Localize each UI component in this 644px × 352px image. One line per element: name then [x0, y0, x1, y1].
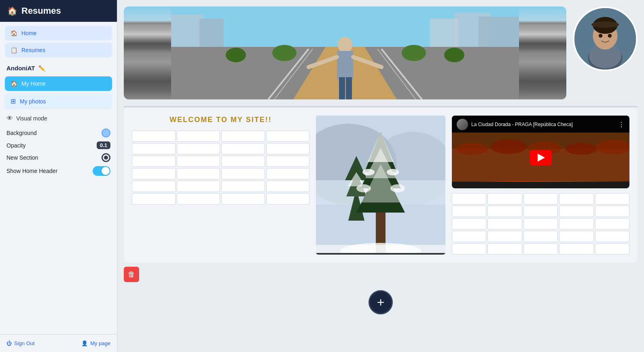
youtube-options-icon[interactable]: ⋮	[618, 121, 625, 129]
table-row	[266, 181, 310, 192]
table-row	[266, 193, 310, 204]
new-section-setting: New Section	[6, 153, 110, 162]
table-row	[266, 156, 310, 167]
middle-image	[316, 116, 445, 255]
welcome-text: WELCOME TO MY SITE!!	[132, 116, 309, 124]
delete-section-button[interactable]: 🗑	[124, 267, 139, 282]
sidebar-home-label: Home	[21, 30, 36, 36]
youtube-header: La Ciudad Dorada - PRAGA [República Chec…	[452, 116, 629, 133]
list-item	[523, 243, 558, 255]
svg-rect-15	[337, 51, 353, 79]
sidebar-item-my-home[interactable]: 🏠 My Home	[5, 76, 112, 91]
user-icon: 👤	[81, 340, 88, 346]
banner-row	[124, 6, 638, 99]
show-home-header-toggle[interactable]	[93, 166, 110, 176]
table-row	[132, 193, 176, 204]
list-item	[523, 206, 558, 217]
sign-out-button[interactable]: ⏻ Sign Out	[6, 340, 35, 346]
table-row	[221, 131, 265, 142]
snow-tree-svg	[316, 116, 445, 253]
visual-mode-row[interactable]: 👁 Visual mode	[0, 111, 117, 126]
home-icon: 🏠	[11, 30, 17, 36]
table-row	[266, 168, 310, 179]
my-page-label: My page	[90, 340, 110, 346]
youtube-title: La Ciudad Dorada - PRAGA [República Chec…	[471, 122, 615, 127]
youtube-play-button[interactable]	[530, 150, 552, 165]
svg-point-20	[272, 45, 297, 61]
list-item	[487, 206, 522, 217]
list-item	[523, 218, 558, 230]
table-row	[221, 143, 265, 154]
svg-point-50	[387, 169, 399, 175]
radio-inner	[104, 156, 108, 160]
sidebar-item-resumes[interactable]: 📋 Resumes	[5, 43, 112, 57]
table-row	[132, 156, 176, 167]
list-item	[452, 193, 486, 204]
svg-rect-1	[171, 15, 203, 47]
list-item	[559, 218, 593, 230]
table-row	[221, 168, 265, 179]
svg-point-21	[402, 45, 426, 61]
background-color-picker[interactable]	[102, 129, 110, 137]
svg-point-22	[226, 48, 246, 62]
my-home-icon: 🏠	[11, 80, 17, 87]
list-item	[595, 193, 629, 204]
list-item	[559, 193, 593, 204]
list-item	[487, 218, 522, 230]
sidebar-item-my-photos[interactable]: ⊞ My photos	[5, 93, 112, 109]
svg-rect-54	[316, 245, 445, 253]
add-section-button[interactable]: +	[369, 290, 393, 314]
banner-svg	[124, 6, 566, 99]
list-item	[452, 218, 486, 230]
sidebar-menu: 🏠 My Home ⊞ My photos	[0, 75, 117, 111]
show-home-header-setting: Show Home Header	[6, 166, 110, 176]
list-item	[487, 231, 522, 242]
visual-mode-label: Visual mode	[16, 115, 47, 122]
right-section: La Ciudad Dorada - PRAGA [República Chec…	[452, 116, 629, 255]
sidebar-item-home[interactable]: 🏠 Home	[5, 26, 112, 40]
banner-image	[124, 6, 566, 99]
svg-point-32	[608, 34, 612, 38]
background-label: Background	[6, 130, 37, 136]
new-section-radio[interactable]	[102, 153, 110, 162]
list-item	[523, 193, 558, 204]
my-page-button[interactable]: 👤 My page	[81, 340, 110, 346]
sidebar-nav: 🏠 Home 📋 Resumes	[0, 22, 117, 61]
settings-section: Background Opacity 0.1 New Section Show …	[0, 126, 117, 178]
youtube-card[interactable]: La Ciudad Dorada - PRAGA [República Chec…	[452, 116, 629, 188]
my-photos-icon: ⊞	[11, 97, 16, 105]
list-item	[452, 231, 486, 242]
edit-user-icon[interactable]: ✏️	[38, 65, 45, 72]
list-item	[452, 206, 486, 217]
svg-rect-19	[346, 77, 352, 99]
youtube-thumbnail	[452, 133, 629, 182]
plus-icon: +	[377, 295, 385, 310]
left-section: WELCOME TO MY SITE!!	[132, 116, 309, 255]
list-item	[595, 231, 629, 242]
main-content: WELCOME TO MY SITE!!	[117, 0, 644, 352]
eye-icon: 👁	[6, 115, 13, 122]
svg-point-52	[390, 184, 405, 192]
background-setting: Background	[6, 129, 110, 137]
table-row	[177, 193, 220, 204]
toggle-knob	[102, 167, 110, 175]
list-item	[452, 243, 486, 255]
sidebar-resumes-label: Resumes	[21, 47, 45, 53]
list-item	[487, 243, 522, 255]
table-row	[221, 156, 265, 167]
list-item	[595, 206, 629, 217]
resumes-icon: 📋	[11, 47, 17, 53]
opacity-value[interactable]: 0.1	[97, 141, 110, 149]
profile-avatar	[573, 6, 638, 71]
sidebar-header: 🏠 Resumes	[0, 0, 117, 22]
right-grid	[452, 193, 629, 255]
svg-rect-18	[339, 77, 345, 99]
table-row	[132, 181, 176, 192]
list-item	[559, 206, 593, 217]
show-home-header-label: Show Home Header	[6, 168, 57, 174]
table-row	[132, 168, 176, 179]
svg-point-31	[599, 34, 603, 38]
list-item	[559, 243, 593, 255]
left-grid	[132, 131, 309, 204]
table-row	[221, 181, 265, 192]
